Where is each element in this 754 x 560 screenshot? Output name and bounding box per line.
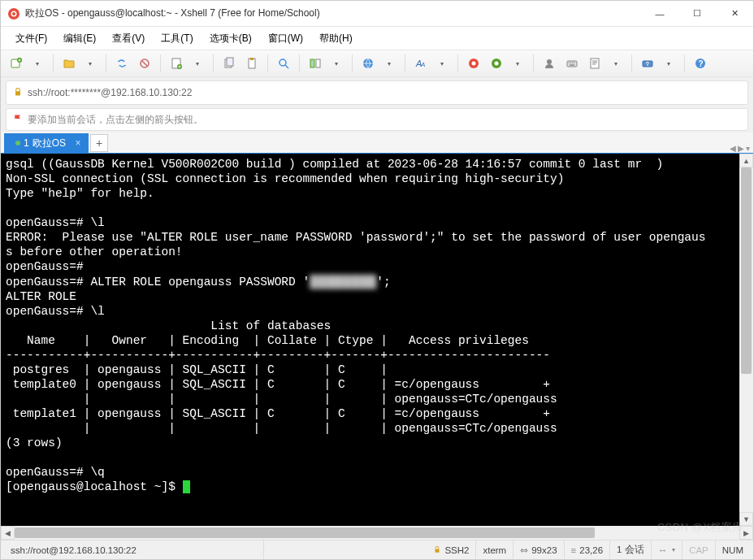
reconnect-button[interactable]	[111, 53, 132, 74]
link-icon: ↔	[658, 545, 668, 555]
toolbar-separator	[457, 54, 458, 72]
tab-scroll-right[interactable]: ▶	[738, 144, 744, 153]
script-dropdown[interactable]: ▾	[605, 53, 626, 74]
hint-text: 要添加当前会话，点击左侧的箭头按钮。	[28, 113, 203, 127]
svg-point-2	[12, 12, 15, 15]
svg-point-21	[495, 62, 499, 66]
color-green-button[interactable]	[486, 53, 507, 74]
globe-dropdown[interactable]: ▾	[379, 53, 400, 74]
font-button[interactable]: AA	[410, 53, 431, 74]
paste-button[interactable]	[241, 53, 262, 74]
status-sessions: 1 会话	[610, 540, 652, 559]
hscrollbar-thumb[interactable]	[15, 527, 595, 538]
copy-button[interactable]	[219, 53, 240, 74]
svg-rect-29	[436, 549, 440, 552]
toolbar-separator	[267, 54, 268, 72]
properties-dropdown[interactable]: ▾	[187, 53, 208, 74]
address-input[interactable]	[28, 87, 741, 98]
tab-status-dot	[15, 141, 20, 145]
status-link: ↔▾	[652, 540, 683, 559]
svg-point-22	[547, 59, 552, 64]
flag-icon	[13, 114, 23, 126]
menu-file[interactable]: 文件(F)	[7, 28, 55, 49]
tab-strip: 1 欧拉OS × + ◀ ▶ ▾	[1, 132, 753, 154]
toolbar-separator	[684, 54, 685, 72]
new-session-dropdown[interactable]: ▾	[27, 53, 48, 74]
tab-close-icon[interactable]: ×	[72, 137, 84, 149]
terminal[interactable]: gsql ((GaussDB Kernel V500R002C00 build …	[1, 154, 739, 526]
menu-help[interactable]: 帮助(H)	[311, 28, 361, 49]
minimize-button[interactable]: —	[641, 1, 678, 27]
toolbar-separator	[213, 54, 214, 72]
terminal-container: gsql ((GaussDB Kernel V500R002C00 build …	[1, 154, 753, 526]
tab-scroll-left[interactable]: ◀	[730, 144, 736, 153]
font-dropdown[interactable]: ▾	[431, 53, 453, 74]
menu-view[interactable]: 查看(V)	[104, 28, 153, 49]
layout-button[interactable]	[305, 53, 326, 74]
size-icon: ⇔	[520, 545, 528, 556]
globe-button[interactable]	[358, 53, 379, 74]
maximize-button[interactable]: ☐	[678, 1, 716, 27]
status-term: xterm	[476, 540, 514, 559]
tab-add-button[interactable]: +	[90, 134, 108, 152]
svg-rect-14	[316, 59, 320, 67]
user-button[interactable]	[539, 53, 560, 74]
svg-point-12	[280, 59, 286, 66]
scroll-up-arrow[interactable]: ▲	[739, 154, 753, 167]
toolbar-separator	[352, 54, 353, 72]
svg-text:A: A	[420, 61, 425, 68]
svg-point-19	[472, 62, 476, 66]
close-button[interactable]: ✕	[716, 1, 753, 27]
disconnect-button[interactable]	[134, 53, 155, 74]
window-controls: — ☐ ✕	[641, 1, 753, 27]
link-dropdown[interactable]: ▾	[672, 546, 675, 553]
menu-tabs[interactable]: 选项卡(B)	[202, 28, 260, 49]
script-button[interactable]	[584, 53, 605, 74]
toolbar-separator	[533, 54, 534, 72]
hscrollbar-track[interactable]	[15, 526, 739, 540]
svg-text:?: ?	[699, 59, 704, 68]
svg-rect-9	[227, 58, 233, 66]
cursor-icon: ≡	[571, 545, 577, 555]
horizontal-scrollbar[interactable]: ◀ ▶	[1, 526, 753, 540]
hint-bar: 要添加当前会话，点击左侧的箭头按钮。	[6, 108, 748, 131]
properties-button[interactable]	[166, 53, 187, 74]
menu-edit[interactable]: 编辑(E)	[55, 28, 104, 49]
new-session-button[interactable]	[6, 53, 27, 74]
lock-icon	[13, 87, 23, 99]
tab-scroll-buttons: ◀ ▶ ▾	[730, 144, 753, 153]
toolbar-separator	[631, 54, 632, 72]
status-cursor: ≡23,26	[565, 540, 611, 559]
transfer-button[interactable]	[637, 53, 658, 74]
layout-dropdown[interactable]: ▾	[326, 53, 347, 74]
scrollbar-track[interactable]	[739, 167, 753, 512]
svg-rect-13	[310, 59, 314, 67]
menu-tools[interactable]: 工具(T)	[153, 28, 201, 49]
transfer-dropdown[interactable]: ▾	[658, 53, 679, 74]
open-dropdown[interactable]: ▾	[80, 53, 101, 74]
status-size: ⇔99x23	[514, 540, 564, 559]
tab-list-dropdown[interactable]: ▾	[746, 144, 750, 153]
open-button[interactable]	[58, 53, 80, 74]
color-dropdown[interactable]: ▾	[507, 53, 528, 74]
help-icon-button[interactable]: ?	[690, 53, 711, 74]
scroll-down-arrow[interactable]: ▼	[739, 512, 753, 526]
svg-rect-24	[591, 59, 599, 68]
toolbar-separator	[53, 54, 54, 72]
vertical-scrollbar[interactable]: ▲ ▼	[739, 154, 753, 526]
tab-active[interactable]: 1 欧拉OS ×	[4, 133, 89, 153]
scroll-left-arrow[interactable]: ◀	[1, 526, 15, 540]
scroll-right-arrow[interactable]: ▶	[739, 526, 753, 540]
lock-icon	[433, 545, 441, 555]
toolbar-separator	[299, 54, 300, 72]
scrollbar-thumb[interactable]	[741, 167, 752, 374]
menu-window[interactable]: 窗口(W)	[260, 28, 311, 49]
menu-bar: 文件(F) 编辑(E) 查看(V) 工具(T) 选项卡(B) 窗口(W) 帮助(…	[1, 27, 753, 50]
app-icon	[7, 7, 20, 20]
toolbar-separator	[106, 54, 106, 72]
find-button[interactable]	[273, 53, 294, 74]
status-path: ssh://root@192.168.10.130:22	[4, 540, 264, 559]
keyboard-button[interactable]	[561, 53, 583, 74]
color-red-button[interactable]	[463, 53, 484, 74]
toolbar-separator	[405, 54, 405, 72]
